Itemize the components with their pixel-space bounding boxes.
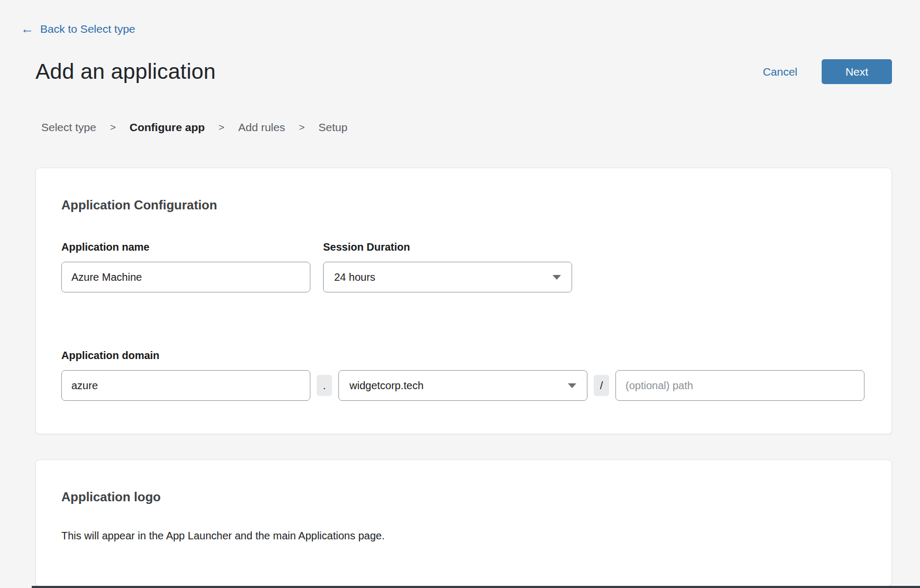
- breadcrumb-separator: >: [299, 122, 305, 133]
- application-name-label: Application name: [61, 241, 310, 253]
- application-logo-card: Application logo This will appear in the…: [35, 460, 892, 586]
- back-arrow-icon: ←: [21, 22, 34, 35]
- domain-select[interactable]: widgetcorp.tech: [338, 370, 587, 401]
- header-actions: Cancel Next: [763, 59, 892, 84]
- application-configuration-card: Application Configuration Application na…: [35, 168, 892, 434]
- session-duration-value: 24 hours: [334, 271, 375, 283]
- subdomain-input[interactable]: [61, 370, 310, 401]
- name-session-row: Application name Session Duration 24 hou…: [61, 241, 866, 292]
- breadcrumb-step-configure-app[interactable]: Configure app: [130, 121, 205, 134]
- chevron-down-icon: [553, 275, 561, 280]
- bottom-edge-divider: [32, 586, 920, 588]
- application-logo-title: Application logo: [61, 490, 866, 504]
- next-button[interactable]: Next: [822, 59, 892, 84]
- breadcrumb-step-add-rules[interactable]: Add rules: [238, 121, 285, 134]
- application-domain-label: Application domain: [61, 350, 866, 362]
- application-name-field: Application name: [61, 241, 310, 292]
- chevron-down-icon: [568, 383, 576, 388]
- breadcrumb-separator: >: [110, 122, 116, 133]
- path-input[interactable]: [615, 370, 864, 401]
- breadcrumb-step-setup[interactable]: Setup: [318, 121, 347, 134]
- wizard-breadcrumb: Select type > Configure app > Add rules …: [41, 121, 920, 134]
- application-domain-row: . widgetcorp.tech /: [61, 370, 866, 401]
- application-configuration-title: Application Configuration: [61, 198, 866, 213]
- session-duration-select[interactable]: 24 hours: [323, 262, 572, 292]
- application-name-input[interactable]: [61, 262, 310, 292]
- cancel-button[interactable]: Cancel: [763, 66, 797, 78]
- page-title: Add an application: [35, 59, 216, 84]
- back-to-select-type-link[interactable]: ← Back to Select type: [21, 22, 135, 35]
- back-link-label: Back to Select type: [40, 23, 135, 35]
- session-duration-field: Session Duration 24 hours: [323, 241, 572, 292]
- dot-separator: .: [317, 375, 332, 396]
- application-domain-field: Application domain . widgetcorp.tech /: [61, 350, 866, 401]
- breadcrumb-separator: >: [218, 122, 224, 133]
- page-header: Add an application Cancel Next: [35, 59, 892, 84]
- slash-separator: /: [594, 375, 609, 396]
- back-row: ← Back to Select type: [0, 0, 920, 35]
- breadcrumb-step-select-type[interactable]: Select type: [41, 121, 96, 134]
- application-logo-description: This will appear in the App Launcher and…: [61, 530, 866, 542]
- session-duration-label: Session Duration: [323, 241, 572, 253]
- domain-select-value: widgetcorp.tech: [349, 380, 424, 392]
